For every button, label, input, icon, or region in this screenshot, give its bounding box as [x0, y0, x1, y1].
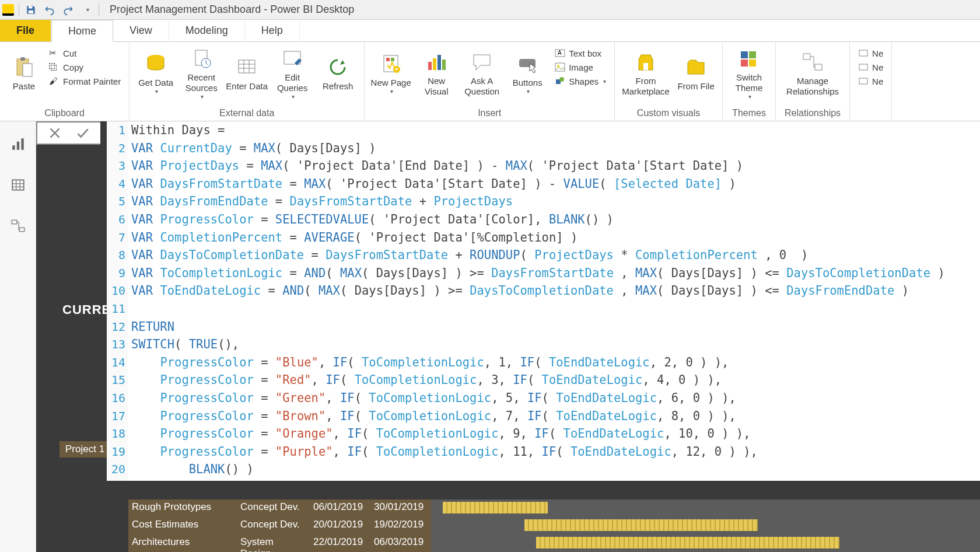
from-file-button[interactable]: From File — [674, 44, 718, 103]
report-view-button[interactable] — [9, 135, 27, 153]
manage-relationships-button[interactable]: Manage Relationships — [780, 44, 845, 103]
gantt-bar — [536, 537, 839, 548]
table-cell: 20/01/2019 — [310, 517, 370, 534]
code-line[interactable]: SWITCH( TRUE(), — [131, 336, 980, 354]
svg-rect-8 — [239, 60, 255, 73]
code-line[interactable]: VAR ToEndDateLogic = AND( MAX( Days[Days… — [131, 282, 980, 300]
dax-code-area[interactable]: Within Days =VAR CurrentDay = MAX( Days[… — [131, 121, 980, 478]
title-bar: Project Management Dashboard - Power BI … — [0, 0, 980, 20]
paste-button[interactable]: Paste — [5, 44, 43, 103]
shapes-button[interactable]: Shapes — [551, 75, 610, 88]
switch-theme-button[interactable]: Switch Theme — [727, 44, 771, 103]
format-painter-icon: 🖌 — [49, 76, 60, 86]
ask-question-button[interactable]: Ask A Question — [460, 44, 503, 103]
code-line[interactable]: VAR DaysFromStartDate = MAX( 'Project Da… — [131, 175, 980, 193]
code-line[interactable]: VAR ProgressColor = SELECTEDVALUE( 'Proj… — [131, 211, 980, 229]
qat-separator — [19, 4, 19, 16]
project-1-label: Project 1 — [60, 441, 110, 457]
refresh-icon — [326, 55, 349, 79]
code-line[interactable]: ProgressColor = "Orange", IF( ToCompleti… — [131, 425, 980, 443]
code-line[interactable]: Within Days = — [131, 121, 980, 139]
tab-view[interactable]: View — [113, 20, 169, 41]
code-line[interactable]: BLANK() ) — [131, 460, 980, 478]
from-file-icon — [684, 55, 708, 79]
from-marketplace-button[interactable]: From Marketplace — [620, 44, 672, 103]
main-area: CURREN Project 1 12345678910111213141516… — [0, 121, 980, 552]
shapes-icon — [555, 76, 565, 86]
copy-icon: ⿻ — [49, 62, 60, 72]
formula-editor[interactable]: 1234567891011121314151617181920 Within D… — [107, 121, 980, 481]
truncated-button-3[interactable]: Ne — [855, 75, 887, 88]
redo-button[interactable] — [61, 3, 75, 17]
table-row[interactable]: ArchitecturesSystem Design22/01/201906/0… — [128, 534, 980, 552]
code-line[interactable]: ProgressColor = "Blue", IF( ToCompletion… — [131, 354, 980, 372]
code-line[interactable]: VAR DaysToCompletionDate = DaysFromStart… — [131, 246, 980, 264]
code-line[interactable]: RETURN — [131, 318, 980, 336]
paste-label: Paste — [13, 81, 35, 92]
truncated-button-1[interactable]: Ne — [855, 47, 887, 60]
tab-file[interactable]: File — [0, 20, 51, 41]
new-visual-button[interactable]: New Visual — [415, 44, 458, 103]
new-page-icon: ✦ — [379, 52, 402, 75]
code-line[interactable]: VAR DaysFromEndDate = DaysFromStartDate … — [131, 193, 980, 211]
tab-modeling[interactable]: Modeling — [169, 20, 245, 41]
formula-cancel-button[interactable] — [47, 125, 63, 141]
group-label-external-data: External data — [130, 107, 364, 121]
table-cell: Cost Estimates — [128, 517, 237, 534]
cut-button[interactable]: ✂Cut — [46, 47, 124, 60]
code-line[interactable]: ProgressColor = "Red", IF( ToCompletionL… — [131, 371, 980, 389]
new-page-button[interactable]: ✦New Page — [369, 44, 412, 103]
image-button[interactable]: Image — [551, 61, 610, 74]
text-box-button[interactable]: AText box — [551, 47, 610, 60]
gantt-cell — [431, 499, 980, 517]
code-line[interactable]: VAR CurrentDay = MAX( Days[Days] ) — [131, 139, 980, 158]
undo-button[interactable] — [43, 3, 57, 17]
formula-commit-button[interactable] — [75, 125, 91, 141]
tab-help[interactable]: Help — [245, 20, 300, 41]
tab-home[interactable]: Home — [51, 20, 113, 42]
ask-question-icon — [470, 50, 494, 74]
svg-rect-30 — [643, 63, 648, 70]
model-view-button[interactable] — [9, 217, 27, 235]
code-line[interactable]: VAR ToCompletionLogic = AND( MAX( Days[D… — [131, 264, 980, 282]
enter-data-icon — [235, 55, 258, 79]
code-line[interactable]: VAR ProjectDays = MAX( 'Project Data'[En… — [131, 157, 980, 175]
new-visual-icon — [425, 50, 448, 74]
svg-text:A: A — [558, 50, 562, 56]
ribbon-group-truncated: Ne Ne Ne — [850, 42, 892, 121]
copy-button[interactable]: ⿻Copy — [46, 61, 124, 74]
get-data-button[interactable]: Get Data — [134, 44, 177, 103]
code-line[interactable] — [131, 300, 980, 318]
ribbon-tabs: File Home View Modeling Help — [0, 20, 980, 42]
svg-rect-39 — [859, 78, 867, 84]
enter-data-button[interactable]: Enter Data — [225, 44, 268, 103]
save-button[interactable] — [24, 3, 38, 17]
table-row[interactable]: Cost EstimatesConcept Dev.20/01/201919/0… — [128, 517, 980, 534]
code-line[interactable]: ProgressColor = "Brown", IF( ToCompletio… — [131, 407, 980, 425]
buttons-button[interactable]: Buttons — [506, 44, 549, 103]
code-line[interactable]: VAR CompletionPercent = AVERAGE( 'Projec… — [131, 229, 980, 247]
window-title: Project Management Dashboard - Power BI … — [110, 4, 354, 16]
left-view-rail — [0, 121, 36, 552]
qat-customize-button[interactable] — [80, 3, 94, 17]
code-line[interactable]: ProgressColor = "Green", IF( ToCompletio… — [131, 389, 980, 407]
table-cell: System Design — [237, 534, 310, 552]
manage-relationships-icon — [801, 50, 824, 74]
format-painter-button[interactable]: 🖌Format Painter — [46, 75, 124, 88]
code-line[interactable]: ProgressColor = "Purple", IF( ToCompleti… — [131, 443, 980, 461]
recent-sources-button[interactable]: Recent Sources — [180, 44, 223, 103]
refresh-button[interactable]: Refresh — [316, 44, 359, 103]
data-view-button[interactable] — [9, 176, 27, 194]
table-row[interactable]: Rough PrototypesConcept Dev.06/01/201930… — [128, 499, 980, 517]
table-cell: Concept Dev. — [237, 499, 310, 517]
group-label-truncated — [850, 107, 891, 121]
table-cell: 06/03/2019 — [370, 534, 431, 552]
svg-rect-42 — [21, 138, 23, 150]
table-cell: Rough Prototypes — [128, 499, 237, 517]
report-canvas[interactable]: CURREN Project 1 12345678910111213141516… — [36, 121, 980, 552]
truncated-button-2[interactable]: Ne — [855, 61, 887, 74]
edit-queries-button[interactable]: Edit Queries — [271, 44, 314, 103]
table-cell: Concept Dev. — [237, 517, 310, 534]
truncated-icon-1 — [858, 48, 869, 58]
svg-rect-21 — [438, 55, 441, 70]
